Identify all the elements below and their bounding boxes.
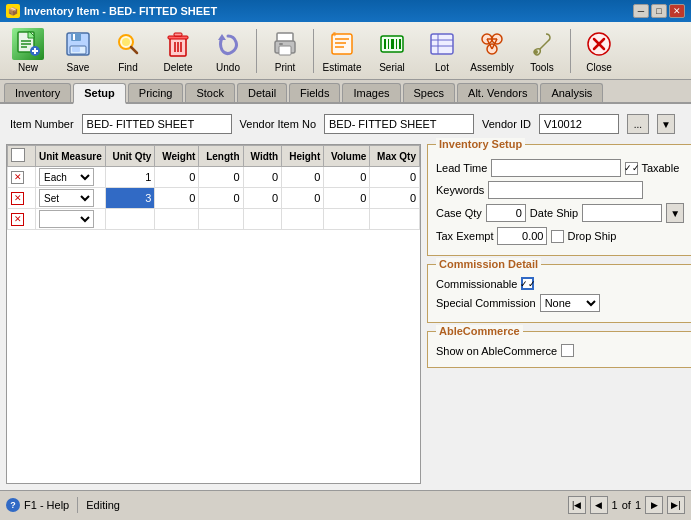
row3-max-qty[interactable] bbox=[370, 209, 420, 230]
maximize-button[interactable]: □ bbox=[651, 4, 667, 18]
row1-width[interactable] bbox=[243, 167, 282, 188]
close-toolbar-button[interactable]: Close bbox=[575, 25, 623, 77]
show-able-commerce-label: Show on AbleCommerce bbox=[436, 345, 557, 357]
serial-button[interactable]: Serial bbox=[368, 25, 416, 77]
row1-weight[interactable] bbox=[155, 167, 199, 188]
row2-unit-measure[interactable]: Each Set bbox=[36, 188, 106, 209]
new-button[interactable]: New bbox=[4, 25, 52, 77]
col-header-length: Length bbox=[199, 146, 243, 167]
assembly-button[interactable]: Assembly bbox=[468, 25, 516, 77]
date-ship-input[interactable] bbox=[582, 204, 662, 222]
estimate-button[interactable]: $ Estimate bbox=[318, 25, 366, 77]
show-able-commerce-checkbox[interactable] bbox=[561, 344, 574, 357]
row2-weight[interactable] bbox=[155, 188, 199, 209]
close-window-button[interactable]: ✕ bbox=[669, 4, 685, 18]
col-header-weight: Weight bbox=[155, 146, 199, 167]
row1-unit-measure-select[interactable]: Each Set bbox=[39, 168, 94, 186]
case-qty-label: Case Qty bbox=[436, 207, 482, 219]
tab-stock[interactable]: Stock bbox=[185, 83, 235, 102]
tax-exempt-input[interactable] bbox=[497, 227, 547, 245]
inventory-setup-section: Inventory Setup Lead Time ✓ Taxable Keyw… bbox=[427, 144, 691, 256]
new-icon bbox=[12, 28, 44, 60]
row3-unit-measure-select[interactable]: Each Set bbox=[39, 210, 94, 228]
row1-height[interactable] bbox=[282, 167, 324, 188]
vendor-id-lookup-button[interactable]: ... bbox=[627, 114, 649, 134]
drop-ship-checkbox-label: Drop Ship bbox=[551, 230, 616, 243]
window-title: Inventory Item - BED- FITTED SHEET bbox=[24, 5, 217, 17]
tab-specs[interactable]: Specs bbox=[403, 83, 456, 102]
row1-delete-button[interactable]: ✕ bbox=[11, 171, 24, 184]
item-number-input[interactable] bbox=[82, 114, 232, 134]
find-button[interactable]: Find bbox=[104, 25, 152, 77]
help-link[interactable]: ? F1 - Help bbox=[6, 498, 69, 512]
nav-prev-button[interactable]: ◀ bbox=[590, 496, 608, 514]
row3-volume[interactable] bbox=[324, 209, 370, 230]
row1-length[interactable] bbox=[199, 167, 243, 188]
status-right: |◀ ◀ 1 of 1 ▶ ▶| bbox=[568, 496, 685, 514]
svg-line-14 bbox=[131, 47, 137, 53]
vendor-item-input[interactable] bbox=[324, 114, 474, 134]
tab-fields[interactable]: Fields bbox=[289, 83, 340, 102]
tab-alt-vendors[interactable]: Alt. Vendors bbox=[457, 83, 538, 102]
vendor-id-input[interactable] bbox=[539, 114, 619, 134]
row3-weight[interactable] bbox=[155, 209, 199, 230]
title-bar: 📦 Inventory Item - BED- FITTED SHEET ─ □… bbox=[0, 0, 691, 22]
minimize-button[interactable]: ─ bbox=[633, 4, 649, 18]
row2-length[interactable] bbox=[199, 188, 243, 209]
row3-unit-measure[interactable]: Each Set bbox=[36, 209, 106, 230]
tab-setup[interactable]: Setup bbox=[73, 83, 126, 104]
row3-delete-button[interactable]: ✕ bbox=[11, 213, 24, 226]
row1-unit-qty[interactable] bbox=[105, 167, 155, 188]
row3-unit-qty[interactable] bbox=[105, 209, 155, 230]
save-button[interactable]: Save bbox=[54, 25, 102, 77]
commission-detail-title: Commission Detail bbox=[436, 258, 541, 270]
case-qty-input[interactable] bbox=[486, 204, 526, 222]
tab-detail[interactable]: Detail bbox=[237, 83, 287, 102]
taxable-checkbox[interactable]: ✓ bbox=[625, 162, 638, 175]
nav-first-button[interactable]: |◀ bbox=[568, 496, 586, 514]
row3-width[interactable] bbox=[243, 209, 282, 230]
nav-last-button[interactable]: ▶| bbox=[667, 496, 685, 514]
row2-unit-qty[interactable] bbox=[105, 188, 155, 209]
row1-max-qty[interactable] bbox=[370, 167, 420, 188]
delete-button[interactable]: Delete bbox=[154, 25, 202, 77]
undo-button[interactable]: Undo bbox=[204, 25, 252, 77]
tools-button[interactable]: Tools bbox=[518, 25, 566, 77]
print-label: Print bbox=[275, 62, 296, 73]
row3-height[interactable] bbox=[282, 209, 324, 230]
drop-ship-checkbox[interactable] bbox=[551, 230, 564, 243]
status-bar: ? F1 - Help Editing |◀ ◀ 1 of 1 ▶ ▶| bbox=[0, 490, 691, 518]
special-commission-select[interactable]: None Flat Percent bbox=[540, 294, 600, 312]
svg-rect-8 bbox=[71, 33, 81, 41]
lead-time-input[interactable] bbox=[491, 159, 621, 177]
print-button[interactable]: Print bbox=[261, 25, 309, 77]
row2-max-qty[interactable] bbox=[370, 188, 420, 209]
row1-unit-measure[interactable]: Each Set bbox=[36, 167, 106, 188]
row2-height[interactable] bbox=[282, 188, 324, 209]
keywords-input[interactable] bbox=[488, 181, 643, 199]
tab-analysis[interactable]: Analysis bbox=[540, 83, 603, 102]
row2-width[interactable] bbox=[243, 188, 282, 209]
row2-delete-button[interactable]: ✕ bbox=[11, 192, 24, 205]
tab-pricing[interactable]: Pricing bbox=[128, 83, 184, 102]
tab-images[interactable]: Images bbox=[342, 83, 400, 102]
tab-inventory[interactable]: Inventory bbox=[4, 83, 71, 102]
taxable-checkbox-label: ✓ Taxable bbox=[625, 162, 679, 175]
row2-volume[interactable] bbox=[324, 188, 370, 209]
row1-volume[interactable] bbox=[324, 167, 370, 188]
item-number-row: Item Number Vendor Item No Vendor ID ...… bbox=[6, 110, 685, 138]
special-commission-row: Special Commission None Flat Percent bbox=[436, 294, 684, 312]
date-ship-label: Date Ship bbox=[530, 207, 578, 219]
col-header-volume: Volume bbox=[324, 146, 370, 167]
vendor-id-dropdown-button[interactable]: ▼ bbox=[657, 114, 675, 134]
date-ship-dropdown[interactable]: ▼ bbox=[666, 203, 684, 223]
help-icon: ? bbox=[6, 498, 20, 512]
assembly-label: Assembly bbox=[470, 62, 513, 73]
commissionable-checkbox[interactable]: ✓ bbox=[521, 277, 534, 290]
row3-length[interactable] bbox=[199, 209, 243, 230]
item-number-label: Item Number bbox=[10, 118, 74, 130]
tax-exempt-row: Tax Exempt Drop Ship bbox=[436, 227, 684, 245]
lot-button[interactable]: Lot bbox=[418, 25, 466, 77]
nav-next-button[interactable]: ▶ bbox=[645, 496, 663, 514]
row2-unit-measure-select[interactable]: Each Set bbox=[39, 189, 94, 207]
